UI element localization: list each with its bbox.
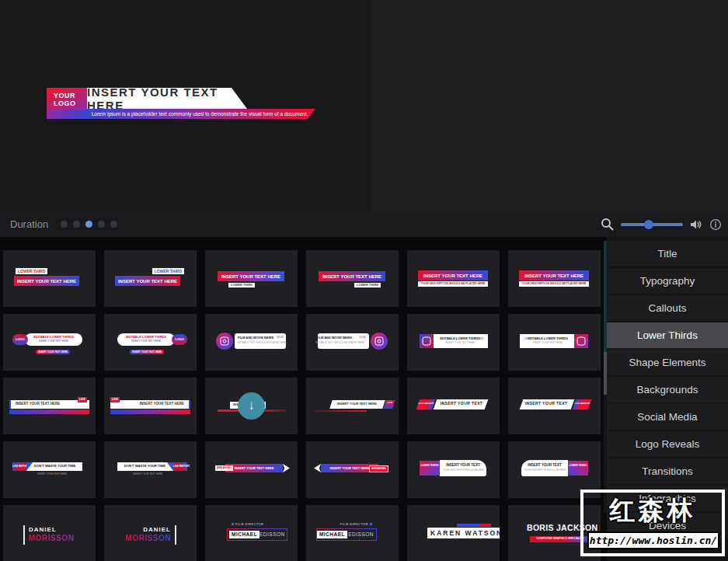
template-thumbnail-michael-r[interactable]: FILM DIRECTORMICHAELEDISSON — [306, 505, 399, 561]
template-thumbnail-michael-l[interactable]: FILM DIRECTORMICHAELEDISSON — [205, 505, 298, 561]
thumbnail-text: DON'T WASTE YOUR TIME — [34, 465, 75, 468]
template-thumbnail-arrow-l[interactable]: BREAKINGINSERT YOUR TEXT HERE — [306, 441, 399, 498]
duration-dot[interactable] — [110, 221, 117, 228]
thumbnail-text: YOUR DESCRIPTION SHOULD BE PLACED HERE — [418, 281, 488, 287]
template-thumbnail-pill-l[interactable]: LOGOEDITABLE LOWER THIRDSINSERT YOUR TEX… — [3, 314, 96, 371]
thumbnail-text: LOWER THIRD — [228, 283, 255, 287]
watermark-title: 红森林 — [583, 493, 722, 528]
sidebar-item-shape-elements[interactable]: Shape Elements — [607, 350, 728, 375]
thumbnail-art: INSERT YOUR TEXT HERELOWER THIRD — [205, 250, 298, 307]
thumbnail-art: LIVE REPORTDON'T WASTE YOUR TIMEINSERT Y… — [3, 441, 96, 498]
template-thumbnail-karen[interactable]: KAREN WATSON — [407, 505, 500, 561]
thumbnail-text: INSERT YOUR TEXT HERE — [337, 402, 377, 406]
sidebar-item-backgrounds[interactable]: Backgrounds — [607, 377, 728, 402]
zoom-slider-thumb[interactable] — [644, 220, 653, 229]
template-thumbnail-para-r[interactable]: LIVE REPORTINSERT YOUR TEXT — [508, 378, 601, 434]
preview-lower-third: YOUR LOGO INSERT YOUR TEXT HERE Lorem ip… — [47, 87, 319, 122]
thumbnail-text: INSERT YOUR TEXT HERE — [37, 473, 67, 476]
thumbnail-art: LOWER THIRDINSERT YOUR TEXT HERE — [3, 250, 96, 307]
thumbnail-text: FILM DIRECTOR — [232, 523, 263, 527]
thumbnail-text: FILM AND MOVIE NEWS — [316, 336, 352, 340]
duration-dot[interactable] — [73, 221, 80, 228]
template-thumbnail-bartag-m[interactable]: INSERT YOUR TEXT HERELOWER THIRD — [205, 250, 298, 307]
toolbar: Duration — [0, 211, 728, 237]
thumbnail-text: INSERT YOUR TEXT HERE — [130, 350, 164, 354]
thumbnail-text: FILM AND MOVIE NEWS — [238, 336, 273, 340]
template-thumbnail-waste-l[interactable]: LIVE REPORTDON'T WASTE YOUR TIMEINSERT Y… — [3, 441, 96, 498]
thumbnail-text: MICHAEL — [317, 531, 347, 538]
template-thumbnail-tagbar-l[interactable]: LOWER THIRDINSERT YOUR TEXT HERE — [3, 250, 96, 307]
thumbnail-art: BREAKINGINSERT YOUR TEXT HERE — [205, 441, 298, 498]
thumbnail-text: LOWER THIRD — [354, 283, 381, 287]
template-thumbnail-arrow-r[interactable]: BREAKINGINSERT YOUR TEXT HERE — [205, 441, 298, 498]
thumbnail-text: 12:00 — [477, 338, 483, 340]
thumbnail-text: LIVE REPORT — [173, 462, 187, 471]
thumbnail-text: 12:00 — [277, 336, 284, 340]
search-icon[interactable] — [601, 218, 614, 231]
watermark-url: http://www.hoslin.cn/ — [587, 531, 719, 549]
thumbnail-text: EDITABLE LOWER THIRDS — [30, 336, 78, 339]
thumbnail-art: DANIELMORISSON — [104, 505, 197, 561]
template-thumbnail-barstrip-b[interactable]: INSERT YOUR TEXT HEREYOUR DESCRIPTION SH… — [508, 250, 601, 307]
thumbnail-text: KAREN WATSON — [427, 528, 500, 538]
sidebar-item-callouts[interactable]: Callouts — [607, 295, 728, 321]
thumbnail-text: BREAKING — [215, 465, 233, 471]
duration-dot[interactable] — [98, 221, 105, 228]
sidebar-item-transitions[interactable]: Transitions — [607, 458, 728, 484]
template-thumbnail-news-l[interactable]: INSERT YOUR TEXT HERELIVE — [3, 378, 96, 434]
thumbnail-text — [371, 333, 388, 350]
thumbnail-art: EDITABLE LOWER THIRDSINSERT YOUR TEXT HE… — [407, 314, 500, 371]
template-thumbnail-bartag-r[interactable]: INSERT YOUR TEXT HERELOWER THIRD — [306, 250, 399, 307]
template-thumbnail-barstrip-a[interactable]: INSERT YOUR TEXT HEREYOUR DESCRIPTION SH… — [407, 250, 500, 307]
template-thumbnail-tagbar-r[interactable]: LOWER THIRDINSERT YOUR TEXT HERE — [104, 250, 197, 307]
template-thumbnail-igfloat-r[interactable]: FILM AND MOVIE NEWSEDITABLE TEXT SHOULD … — [306, 314, 399, 371]
preview-background-panel — [371, 0, 728, 211]
thumbnail-text: DANIEL — [143, 527, 171, 533]
thumbnail-text: INSERT YOUR TEXT HERE — [418, 270, 488, 280]
template-thumbnail-igbar-r[interactable]: EDITABLE LOWER THIRDSINSERT YOUR TEXT HE… — [508, 314, 601, 371]
thumbnail-art: BREAKINGINSERT YOUR TEXT HERE — [306, 441, 399, 498]
thumbnail-text: 12:00 — [359, 336, 366, 340]
thumbnail-text: LOGO — [172, 334, 187, 345]
thumbnail-text: EDITABLE TEXT SHOULD BE PLACED HERE — [315, 342, 364, 344]
template-thumbnail-download[interactable]: INSERT YO↓ — [205, 378, 298, 434]
template-grid: LOWER THIRDINSERT YOUR TEXT HERELOWER TH… — [0, 237, 605, 561]
template-thumbnail-para-l[interactable]: LIVE REPORTINSERT YOUR TEXT — [407, 378, 500, 434]
template-thumbnail-daniel-l[interactable]: DANIELMORISSON — [3, 505, 96, 561]
volume-icon[interactable] — [690, 219, 702, 230]
sidebar-item-typography[interactable]: Typography — [607, 268, 728, 294]
sidebar-item-social-media[interactable]: Social Media — [607, 404, 728, 430]
thumbnail-text: LIVE REPORT — [573, 399, 592, 409]
thumbnail-art: INSERT YO↓ — [205, 378, 298, 434]
template-thumbnail-angled[interactable]: INSERT YOUR TEXT HERELIVE — [306, 378, 399, 434]
template-thumbnail-igbar-l[interactable]: EDITABLE LOWER THIRDSINSERT YOUR TEXT HE… — [407, 314, 500, 371]
template-thumbnail-pill-r[interactable]: LOGOEDITABLE LOWER THIRDSINSERT YOUR TEX… — [104, 314, 197, 371]
template-thumbnail-news-r[interactable]: INSERT YOUR TEXT HERELIVE — [104, 378, 197, 434]
duration-dot-active[interactable] — [85, 221, 92, 228]
thumbnail-text: INSERT YOUR TEXT HERE — [438, 342, 482, 344]
sidebar-item-lower-thirds[interactable]: Lower Thirds — [607, 322, 728, 348]
sidebar-item-title[interactable]: Title — [607, 241, 728, 267]
thumbnail-text: 12:00 — [524, 338, 531, 340]
zoom-slider[interactable] — [621, 220, 683, 229]
thumbnail-art: LOGOEDITABLE LOWER THIRDSINSERT YOUR TEX… — [104, 314, 197, 371]
thumbnail-art: INSERT YOUR TEXT HERELIVE — [3, 378, 96, 434]
template-thumbnail-card-l[interactable]: LOWER THIRDSINSERT YOUR TEXTYOUR DESCRIP… — [407, 441, 500, 498]
thumbnail-text: LOWER THIRD — [16, 268, 47, 274]
template-thumbnail-waste-r[interactable]: LIVE REPORTDON'T WASTE YOUR TIMEINSERT Y… — [104, 441, 197, 498]
thumbnail-text: YOUR DESCRIPTION SHOULD BE PLACED HERE — [519, 281, 589, 287]
duration-dot[interactable] — [61, 221, 68, 228]
template-thumbnail-igfloat-l[interactable]: FILM AND MOVIE NEWSEDITABLE TEXT SHOULD … — [205, 314, 298, 371]
thumbnail-text: INSERT YOUR TEXT HERE — [140, 402, 184, 406]
thumbnail-art: LIVE REPORTDON'T WASTE YOUR TIMEINSERT Y… — [104, 441, 197, 498]
template-thumbnail-daniel-r[interactable]: DANIELMORISSON — [104, 505, 197, 561]
thumbnail-text: INSERT YOUR TEXT HERE — [526, 342, 570, 344]
thumbnail-art: FILM DIRECTORMICHAELEDISSON — [205, 505, 298, 561]
lower-third-description: Lorem ipsum is a placeholder text common… — [54, 111, 308, 117]
thumbnail-art: INSERT YOUR TEXT HEREYOUR DESCRIPTION SH… — [508, 250, 601, 307]
thumbnail-text: INSERT YOUR TEXT HERE — [319, 271, 385, 281]
info-icon[interactable] — [709, 218, 722, 231]
thumbnail-text: INSERT YOUR TEXT — [524, 464, 565, 468]
sidebar-item-logo-reveals[interactable]: Logo Reveals — [607, 431, 728, 457]
thumbnail-art: LIVE REPORTINSERT YOUR TEXT — [508, 378, 601, 434]
